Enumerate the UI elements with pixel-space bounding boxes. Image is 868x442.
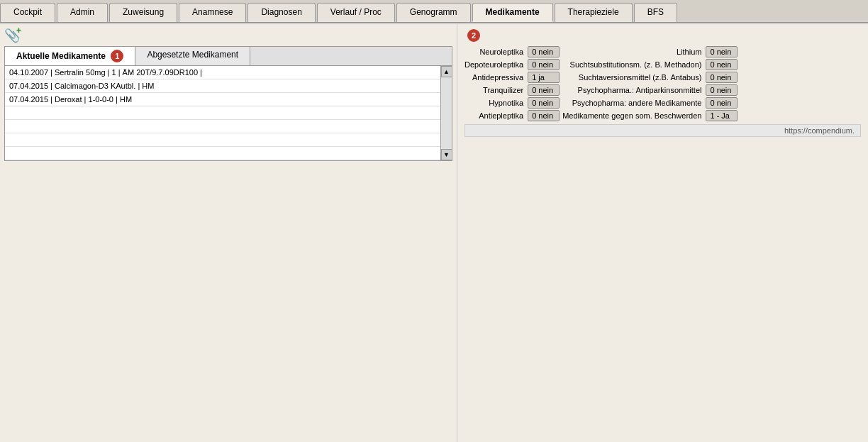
med-category-label: Suchtaversionsmittel (z.B. Antabus) [562, 73, 703, 82]
medication-table: Aktuelle Medikamente 1 Abgesetzte Medika… [4, 46, 452, 161]
medication-tabs-header: Aktuelle Medikamente 1 Abgesetzte Medika… [5, 47, 452, 66]
table-row-empty [5, 106, 440, 120]
medication-status-grid: Neuroleptika0 neinLithium0 neinDepoteuro… [464, 46, 861, 121]
tab-aktuelle-label: Aktuelle Medikamente [16, 51, 106, 61]
med-category-value[interactable]: 0 nein [528, 46, 560, 57]
med-category-label: Psychopharma: andere Medikamente [562, 99, 703, 107]
add-medication-button[interactable]: 📎 + [4, 28, 20, 43]
tab-abgesetzte-medikamente[interactable]: Abgesetzte Medikament [135, 47, 250, 65]
tab-anamnese[interactable]: Anamnese [179, 3, 246, 22]
table-row-empty [5, 120, 440, 133]
tab-aktuelle-medikamente[interactable]: Aktuelle Medikamente 1 [5, 47, 135, 65]
plus-icon: + [16, 26, 21, 35]
tab-bfs[interactable]: BFS [634, 3, 677, 22]
med-category-value[interactable]: 0 nein [706, 59, 738, 70]
med-category-label: Hypnotika [464, 99, 525, 107]
med-category-value[interactable]: 0 nein [528, 84, 560, 96]
tab-diagnosen[interactable]: Diagnosen [247, 3, 315, 22]
tab-aktuelle-badge: 1 [111, 50, 123, 62]
med-category-value[interactable]: 0 nein [706, 84, 738, 96]
med-category-value[interactable]: 0 nein [528, 110, 560, 121]
med-category-label: Antidepressiva [464, 73, 525, 82]
tab-admin[interactable]: Admin [57, 3, 108, 22]
right-panel-badge: 2 [467, 29, 480, 42]
med-category-label: Medikamente gegen som. Beschwerden [562, 111, 703, 120]
scroll-up-button[interactable]: ▲ [441, 66, 452, 77]
tab-zuweisung[interactable]: Zuweisung [109, 3, 177, 22]
scrollbar[interactable]: ▲ ▼ [440, 66, 452, 160]
tab-cockpit[interactable]: Cockpit [0, 3, 55, 22]
right-panel: 2 Neuroleptika0 neinLithium0 neinDepoteu… [457, 23, 868, 442]
tabs-bar: CockpitAdminZuweisungAnamneseDiagnosenVe… [0, 0, 868, 23]
med-category-value[interactable]: 0 nein [706, 97, 738, 109]
med-category-label: Depoteuroleptika [464, 60, 525, 69]
med-category-label: Suchtsubstitutionsm. (z. B. Methadon) [562, 60, 703, 69]
med-category-value[interactable]: 0 nein [528, 59, 560, 70]
url-bar: https://compendium. [464, 124, 861, 137]
tab-medikamente[interactable]: Medikamente [472, 3, 553, 22]
table-row[interactable]: 04.10.2007 | Sertralin 50mg | 1 | ÄM 20T… [5, 66, 440, 79]
med-category-label: Lithium [562, 48, 703, 56]
tab-verlauf---proc[interactable]: Verlauf / Proc [317, 3, 395, 22]
med-category-value[interactable]: 0 nein [706, 46, 738, 57]
scroll-down-button[interactable]: ▼ [441, 149, 452, 160]
left-panel: 📎 + Aktuelle Medikamente 1 Abgesetzte Me… [0, 23, 457, 442]
med-category-value[interactable]: 1 - Ja [706, 110, 738, 121]
med-category-label: Tranquilizer [464, 86, 525, 94]
med-category-label: Neuroleptika [464, 48, 525, 56]
med-category-label: Antiepleptika [464, 111, 525, 120]
table-row[interactable]: 07.04.2015 | Calcimagon-D3 KAutbl. | HM [5, 79, 440, 93]
tab-therapieziele[interactable]: Therapieziele [555, 3, 633, 22]
main-content: 📎 + Aktuelle Medikamente 1 Abgesetzte Me… [0, 23, 868, 442]
tab-genogramm[interactable]: Genogramm [396, 3, 471, 22]
medication-list: 04.10.2007 | Sertralin 50mg | 1 | ÄM 20T… [5, 66, 440, 160]
med-category-value[interactable]: 1 ja [528, 72, 560, 83]
med-category-value[interactable]: 0 nein [528, 97, 560, 109]
table-row-empty [5, 147, 440, 160]
tab-abgesetzte-label: Abgesetzte Medikament [147, 50, 238, 60]
table-row-empty [5, 133, 440, 147]
med-category-label: Psychopharma.: Antiparkinsonmittel [562, 86, 703, 94]
med-category-value[interactable]: 0 nein [706, 72, 738, 83]
table-row[interactable]: 07.04.2015 | Deroxat | 1-0-0-0 | HM [5, 93, 440, 106]
